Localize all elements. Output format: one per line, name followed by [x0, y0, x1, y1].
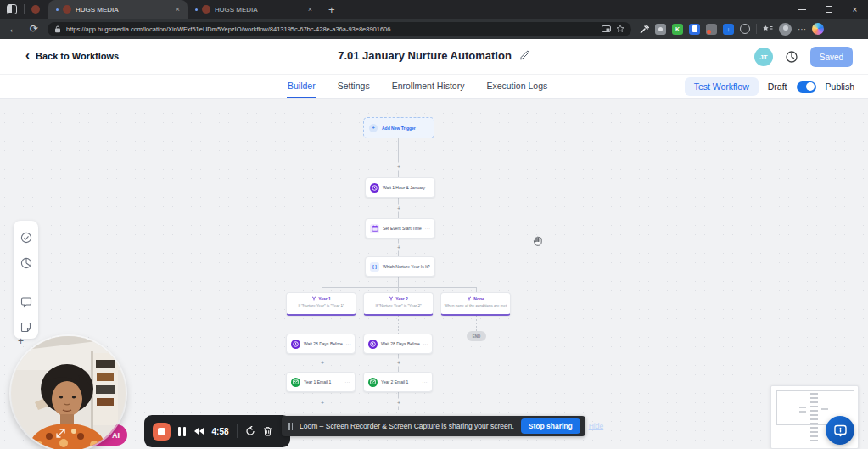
connector-line	[398, 316, 399, 334]
workflow-node-year1-email1[interactable]: Year 1 Email 1 ···	[286, 372, 356, 392]
url-bar[interactable]: https://app.hugsmedia.com/location/XinWF…	[48, 22, 631, 36]
eyedropper-extension-icon[interactable]	[640, 25, 649, 34]
clock-icon	[368, 340, 378, 349]
url-text: https://app.hugsmedia.com/location/XinWF…	[66, 25, 596, 33]
favorites-bar-icon[interactable]	[763, 25, 773, 34]
media-control-icon[interactable]	[602, 25, 611, 32]
add-step-plus[interactable]: +	[395, 205, 402, 212]
browser-profile-avatar[interactable]	[779, 23, 792, 36]
pie-chart-icon[interactable]	[20, 257, 32, 269]
version-history-icon[interactable]	[785, 50, 798, 64]
divider	[756, 24, 757, 34]
bookmark-star-icon[interactable]	[616, 25, 624, 33]
restart-icon[interactable]	[245, 426, 255, 436]
saved-button[interactable]: Saved	[810, 47, 853, 67]
branch-none[interactable]: None When none of the conditions are met	[440, 292, 511, 316]
node-menu-icon[interactable]: ···	[423, 379, 428, 384]
connector-line	[476, 316, 477, 331]
tab-title: HUGS MEDIA	[215, 6, 258, 14]
calendar-icon	[370, 224, 379, 233]
hide-link[interactable]: Hide	[589, 422, 603, 430]
tab-settings[interactable]: Settings	[337, 75, 371, 98]
workflow-tab-bar: Builder Settings Enrollment History Exec…	[0, 75, 868, 99]
camera-extension-icon[interactable]	[655, 24, 666, 35]
document-extension-icon[interactable]	[689, 24, 700, 35]
node-menu-icon[interactable]: ···	[345, 379, 351, 384]
tab-search-icon[interactable]	[7, 4, 17, 14]
loom-control-bar: 4:58	[144, 415, 290, 447]
workflow-node-wait-28-left[interactable]: Wait 28 Days Before ···	[286, 334, 356, 354]
help-chat-button[interactable]	[826, 416, 854, 445]
tab-close-icon[interactable]: ×	[305, 6, 312, 14]
add-step-plus[interactable]: +	[319, 359, 326, 367]
webcam-bubble[interactable]	[11, 336, 126, 449]
canvas-side-toolbar	[14, 221, 38, 339]
browser-menu-icon[interactable]: ···	[798, 25, 806, 34]
workflow-node-set-event-start[interactable]: Set Event Start Time ···	[365, 218, 435, 239]
workflow-node-condition[interactable]: { } Which Nurture Year Is It? ···	[365, 256, 435, 277]
copilot-icon[interactable]	[812, 23, 824, 35]
condition-braces-icon: { }	[370, 262, 379, 272]
node-menu-icon[interactable]: ···	[346, 341, 352, 346]
window-close-button[interactable]: ×	[842, 0, 868, 19]
chevron-left-icon: ‹	[25, 48, 30, 61]
note-icon[interactable]	[20, 322, 31, 333]
add-step-plus[interactable]: +	[395, 163, 402, 171]
window-maximize-button[interactable]	[815, 0, 842, 19]
window-minimize-button[interactable]	[789, 0, 815, 19]
loop-extension-icon[interactable]	[740, 24, 750, 34]
rewind-icon[interactable]	[193, 427, 204, 435]
new-tab-button[interactable]: +	[328, 3, 335, 16]
publish-toggle[interactable]	[797, 81, 816, 93]
drag-handle-icon[interactable]	[288, 423, 293, 430]
divider	[19, 283, 33, 283]
check-circle-icon[interactable]	[20, 232, 32, 244]
branch-year-2[interactable]: Year 2 If "Nurture Year" is "Year 2"	[363, 292, 434, 316]
workflow-node-wait-1-hour[interactable]: Wait 1 Hour & January ···	[365, 177, 435, 198]
download-extension-icon[interactable]: ↓	[723, 24, 734, 35]
recorder-extension-icon[interactable]	[706, 24, 717, 35]
add-new-trigger-button[interactable]: + Add New Trigger	[363, 117, 434, 138]
node-menu-icon[interactable]: ···	[434, 264, 440, 269]
zoom-in-plus[interactable]: +	[18, 335, 24, 347]
tab-builder[interactable]: Builder	[287, 75, 316, 98]
pause-icon[interactable]	[178, 427, 186, 436]
site-favicon	[63, 5, 71, 14]
user-avatar[interactable]: JT	[754, 48, 773, 66]
clock-icon	[291, 340, 300, 349]
branch-icon	[389, 296, 394, 301]
pinned-tab-favicon[interactable]	[31, 5, 40, 14]
add-step-plus[interactable]: +	[395, 244, 402, 251]
tab-close-icon[interactable]: ×	[172, 6, 180, 14]
trash-icon[interactable]	[263, 426, 272, 436]
back-to-workflows-link[interactable]: ‹ Back to Workflows	[25, 50, 119, 61]
node-menu-icon[interactable]: ···	[423, 341, 429, 346]
minimap-nodes	[810, 393, 818, 444]
tab-enrollment-history[interactable]: Enrollment History	[391, 75, 466, 98]
add-step-plus[interactable]: +	[395, 399, 402, 407]
edit-pencil-icon[interactable]	[519, 50, 530, 61]
branch-icon	[467, 296, 472, 301]
browser-tab-1[interactable]: HUGS MEDIA ×	[48, 0, 188, 19]
add-step-plus[interactable]: +	[395, 359, 402, 367]
stop-sharing-button[interactable]: Stop sharing	[521, 418, 580, 434]
grab-hand-cursor	[533, 236, 544, 248]
branch-year-1[interactable]: Year 1 If "Nurture Year" is "Year 1"	[286, 292, 356, 316]
workflow-node-year2-email1[interactable]: Year 2 Email 1 ···	[363, 372, 433, 392]
workflow-node-wait-28-right[interactable]: Wait 28 Days Before ···	[363, 334, 433, 354]
node-menu-icon[interactable]: ···	[428, 185, 434, 190]
expand-webcam-icon[interactable]	[54, 427, 67, 440]
lock-icon	[54, 25, 61, 33]
stop-recording-button[interactable]	[153, 423, 171, 441]
refresh-icon[interactable]: ⟳	[24, 23, 44, 35]
test-workflow-button[interactable]: Test Workflow	[685, 77, 759, 96]
comment-icon[interactable]	[20, 297, 32, 308]
divider	[24, 4, 25, 14]
node-menu-icon[interactable]: ···	[425, 226, 431, 231]
add-step-plus[interactable]: +	[319, 399, 326, 407]
back-icon[interactable]: ←	[3, 23, 24, 35]
keeper-extension-icon[interactable]: K	[672, 24, 683, 35]
tab-execution-logs[interactable]: Execution Logs	[485, 75, 548, 98]
browser-tab-2[interactable]: HUGS MEDIA ×	[188, 0, 320, 19]
back-label: Back to Workflows	[36, 51, 119, 61]
